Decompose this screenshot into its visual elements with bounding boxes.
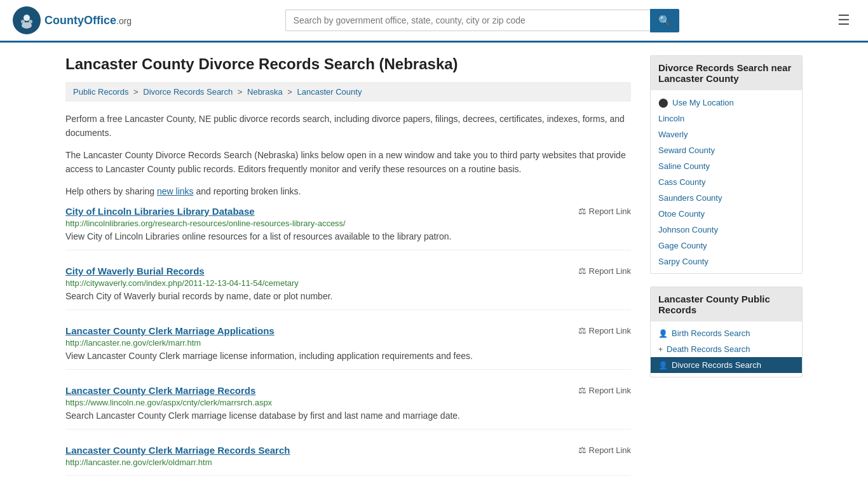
- use-my-location-link[interactable]: Use My Location: [672, 98, 734, 107]
- person-active-icon: 👤: [658, 361, 668, 370]
- result-title-row: Lancaster County Clerk Marriage Records …: [65, 385, 631, 396]
- nearby-header: Divorce Records Search near Lancaster Co…: [651, 56, 802, 90]
- description-1: Perform a free Lancaster County, NE publ…: [65, 112, 631, 140]
- result-title-link[interactable]: Lancaster County Clerk Marriage Records: [65, 385, 255, 396]
- report-icon: ⚖: [578, 206, 587, 216]
- nearby-link-cass[interactable]: Cass County: [651, 174, 802, 190]
- result-title-row: City of Waverly Burial Records ⚖ Report …: [65, 266, 631, 276]
- breadcrumb-lancaster[interactable]: Lancaster County: [297, 87, 362, 97]
- svg-point-4: [29, 20, 32, 24]
- location-pin-icon: ⬤: [658, 97, 668, 107]
- search-input[interactable]: [285, 10, 650, 31]
- main-column: Lancaster County Divorce Records Search …: [65, 55, 631, 488]
- breadcrumb: Public Records > Divorce Records Search …: [65, 82, 631, 102]
- person-icon: 👤: [658, 329, 668, 338]
- header: CountyOffice.org 🔍 ☰: [0, 0, 868, 43]
- result-url[interactable]: http://lancaster.ne.gov/clerk/marr.htm: [65, 338, 631, 348]
- result-title-row: City of Lincoln Libraries Library Databa…: [65, 206, 631, 217]
- report-icon: ⚖: [578, 385, 587, 395]
- search-bar: 🔍: [285, 9, 679, 32]
- nearby-links: ⬤ Use My Location Lincoln Waverly Seward…: [651, 90, 802, 273]
- nearby-link-gage[interactable]: Gage County: [651, 238, 802, 254]
- report-link-button[interactable]: ⚖ Report Link: [578, 266, 631, 276]
- public-records-section: Lancaster County Public Records 👤 Birth …: [650, 287, 803, 377]
- report-icon: ⚖: [578, 325, 587, 336]
- result-url[interactable]: http://lancaster.ne.gov/clerk/oldmarr.ht…: [65, 458, 631, 467]
- result-title-link[interactable]: Lancaster County Clerk Marriage Applicat…: [65, 325, 275, 336]
- use-my-location-item[interactable]: ⬤ Use My Location: [651, 94, 802, 111]
- result-url[interactable]: http://citywaverly.com/index.php/2011-12…: [65, 278, 631, 288]
- description-3: Help others by sharing new links and rep…: [65, 184, 631, 198]
- search-button[interactable]: 🔍: [650, 9, 679, 32]
- report-link-button[interactable]: ⚖ Report Link: [578, 385, 631, 395]
- nearby-link-lincoln[interactable]: Lincoln: [651, 111, 802, 126]
- logo-text: CountyOffice.org: [44, 14, 132, 27]
- report-link-button[interactable]: ⚖ Report Link: [578, 206, 631, 216]
- sidebar: Divorce Records Search near Lancaster Co…: [650, 55, 803, 488]
- nearby-link-waverly[interactable]: Waverly: [651, 126, 802, 142]
- svg-point-3: [21, 20, 25, 24]
- birth-records-link-item[interactable]: 👤 Birth Records Search: [651, 325, 802, 341]
- nearby-link-seward[interactable]: Seward County: [651, 142, 802, 158]
- death-records-link[interactable]: Death Records Search: [667, 344, 750, 354]
- nearby-link-saunders[interactable]: Saunders County: [651, 190, 802, 206]
- result-title-row: Lancaster County Clerk Marriage Applicat…: [65, 325, 631, 336]
- result-item: Lancaster County Clerk Marriage Records …: [65, 385, 631, 430]
- breadcrumb-public-records[interactable]: Public Records: [73, 87, 128, 97]
- report-link-button[interactable]: ⚖ Report Link: [578, 445, 631, 455]
- result-title-link[interactable]: City of Waverly Burial Records: [65, 266, 205, 276]
- result-item: City of Lincoln Libraries Library Databa…: [65, 206, 631, 250]
- result-title-row: Lancaster County Clerk Marriage Records …: [65, 445, 631, 456]
- result-desc: Search Lancaster County Clerk marriage l…: [65, 409, 631, 423]
- svg-point-1: [24, 15, 30, 21]
- nearby-link-otoe[interactable]: Otoe County: [651, 206, 802, 222]
- breadcrumb-nebraska[interactable]: Nebraska: [247, 87, 283, 97]
- result-url[interactable]: https://www.lincoln.ne.gov/aspx/cnty/cle…: [65, 398, 631, 407]
- divorce-records-link[interactable]: Divorce Records Search: [672, 360, 761, 370]
- result-desc: Search City of Waverly burial records by…: [65, 290, 631, 303]
- logo-icon: [13, 6, 41, 34]
- public-records-links: 👤 Birth Records Search + Death Records S…: [651, 322, 802, 377]
- public-records-header: Lancaster County Public Records: [651, 287, 802, 322]
- nearby-link-johnson[interactable]: Johnson County: [651, 222, 802, 238]
- report-link-button[interactable]: ⚖ Report Link: [578, 325, 631, 336]
- result-title-link[interactable]: City of Lincoln Libraries Library Databa…: [65, 206, 255, 217]
- nearby-link-saline[interactable]: Saline County: [651, 158, 802, 174]
- result-desc: View City of Lincoln Libraries online re…: [65, 230, 631, 243]
- result-item: Lancaster County Clerk Marriage Records …: [65, 445, 631, 476]
- logo-brand: CountyOffice: [44, 14, 116, 27]
- plus-icon: +: [658, 345, 663, 354]
- report-icon: ⚖: [578, 266, 587, 276]
- content-wrap: Lancaster County Divorce Records Search …: [53, 43, 815, 488]
- page-title: Lancaster County Divorce Records Search …: [65, 55, 631, 73]
- result-title-link[interactable]: Lancaster County Clerk Marriage Records …: [65, 445, 290, 456]
- result-url[interactable]: http://lincolnlibraries.org/research-res…: [65, 219, 631, 228]
- logo[interactable]: CountyOffice.org: [13, 6, 132, 34]
- logo-tld: .org: [116, 16, 132, 26]
- description-2: The Lancaster County Divorce Records Sea…: [65, 148, 631, 177]
- new-links-link[interactable]: new links: [157, 186, 194, 196]
- death-records-link-item[interactable]: + Death Records Search: [651, 341, 802, 357]
- hamburger-menu-icon[interactable]: ☰: [832, 10, 855, 31]
- nearby-link-sarpy[interactable]: Sarpy County: [651, 254, 802, 269]
- result-item: Lancaster County Clerk Marriage Applicat…: [65, 325, 631, 370]
- result-item: City of Waverly Burial Records ⚖ Report …: [65, 266, 631, 310]
- nearby-section: Divorce Records Search near Lancaster Co…: [650, 55, 803, 274]
- divorce-records-link-item-active[interactable]: 👤 Divorce Records Search: [651, 357, 802, 373]
- report-icon: ⚖: [578, 445, 587, 455]
- birth-records-link[interactable]: Birth Records Search: [672, 329, 750, 338]
- result-desc: View Lancaster County Clerk marriage lic…: [65, 349, 631, 363]
- breadcrumb-divorce-records[interactable]: Divorce Records Search: [143, 87, 233, 97]
